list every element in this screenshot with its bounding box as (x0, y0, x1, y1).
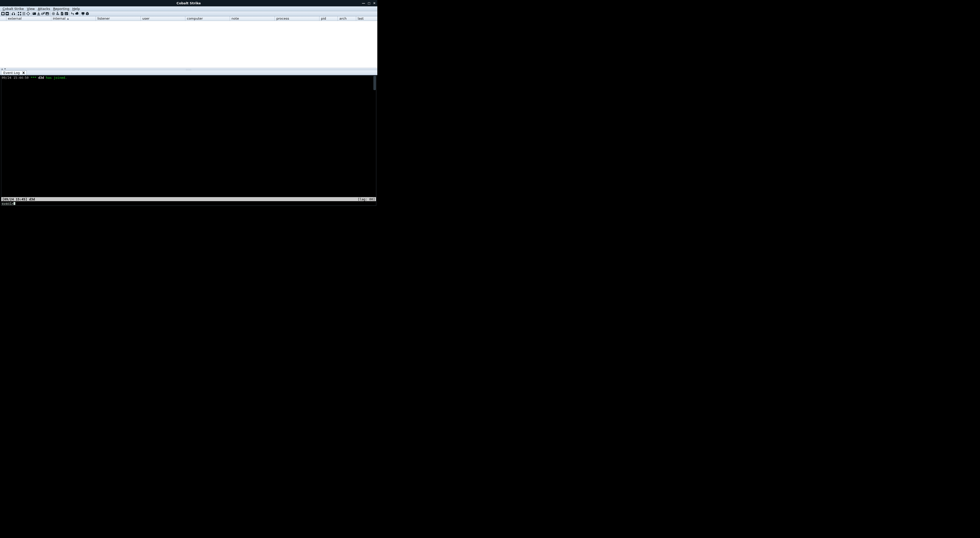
window-maximize-button[interactable]: ◻ (368, 1, 371, 5)
svg-rect-19 (33, 13, 36, 15)
status-lag: [lag: 00] (358, 197, 375, 201)
tab-label: Event Log (3, 71, 20, 75)
splitter-grip-icon: :::::: (186, 68, 191, 71)
console-status-bar: [09/24 15:45] d3d [lag: 00] (1, 197, 376, 201)
console-prompt: event> (2, 201, 13, 205)
log-action: has joined. (46, 76, 67, 80)
tab-strip: Event Log X (0, 70, 377, 75)
toolbar-target-table-icon[interactable] (26, 11, 30, 16)
status-nick: d3d (29, 197, 35, 201)
svg-rect-2 (2, 13, 4, 14)
toolbar-keystrokes-icon[interactable] (41, 11, 45, 16)
col-process-label: process (276, 17, 289, 21)
col-computer[interactable]: computer (185, 16, 230, 21)
col-arch[interactable]: arch (338, 16, 356, 21)
svg-point-26 (53, 13, 54, 14)
svg-rect-9 (18, 14, 19, 15)
col-user-label: user (142, 17, 150, 21)
toolbar-session-table-icon[interactable] (22, 11, 26, 16)
svg-rect-34 (65, 14, 67, 14)
toolbar-web-log-icon[interactable] (70, 11, 75, 16)
toolbar-package-icon[interactable] (85, 11, 89, 16)
toolbar (0, 11, 377, 16)
col-last-label: last (358, 17, 364, 21)
svg-rect-10 (20, 14, 21, 15)
console-scrollbar-thumb[interactable] (374, 76, 376, 90)
log-nick: d3d (38, 76, 44, 80)
menu-view[interactable]: View (25, 7, 36, 11)
toolbar-host-file-icon[interactable] (60, 11, 64, 16)
toolbar-web-drive-by-icon[interactable] (56, 11, 60, 16)
log-timestamp: 09/24 15:44:50 (2, 76, 29, 80)
session-table: external internal▲ listener user compute… (0, 16, 377, 68)
session-table-header: external internal▲ listener user compute… (0, 16, 377, 21)
col-listener[interactable]: listener (96, 16, 141, 21)
col-note[interactable]: note (230, 16, 275, 21)
col-user[interactable]: user (141, 16, 185, 21)
svg-rect-8 (20, 12, 21, 13)
toolbar-screenshots-icon[interactable] (45, 11, 49, 16)
svg-rect-36 (81, 12, 84, 14)
window-minimize-button[interactable]: — (362, 1, 365, 5)
col-internal-label: internal (53, 17, 65, 21)
svg-point-22 (41, 13, 43, 15)
svg-rect-6 (14, 14, 15, 15)
toolbar-downloads-icon[interactable] (37, 11, 41, 16)
col-icon[interactable] (0, 16, 6, 21)
toolbar-connect-icon[interactable] (1, 11, 5, 16)
toolbar-cloud-icon[interactable] (75, 11, 79, 16)
horizontal-splitter[interactable]: ▴ ▾ :::::: (0, 68, 377, 70)
log-stars: *** (30, 76, 37, 80)
svg-rect-5 (12, 14, 13, 15)
col-external-label: external (8, 17, 22, 21)
col-pid[interactable]: pid (320, 16, 338, 21)
menu-reporting[interactable]: Reporting (52, 7, 71, 11)
toolbar-listeners-icon[interactable] (11, 11, 16, 16)
toolbar-applet-icon[interactable] (81, 11, 85, 16)
col-listener-label: listener (97, 17, 110, 21)
svg-rect-7 (18, 12, 19, 13)
sort-asc-icon: ▲ (67, 18, 69, 20)
window-close-button[interactable]: ✕ (373, 1, 376, 5)
toolbar-script-manager-icon[interactable] (51, 11, 56, 16)
menu-attacks[interactable]: Attacks (36, 7, 51, 11)
col-computer-label: computer (187, 17, 203, 21)
window-titlebar[interactable]: Cobalt Strike — ◻ ✕ (0, 0, 377, 6)
console-input[interactable]: event> (1, 201, 376, 205)
tab-close-button[interactable]: X (22, 71, 25, 75)
svg-rect-4 (6, 13, 8, 14)
svg-point-27 (57, 12, 58, 13)
svg-rect-21 (37, 14, 40, 15)
splitter-arrows-icon: ▴ ▾ (2, 68, 6, 70)
col-last[interactable]: last (356, 16, 377, 21)
svg-rect-37 (82, 14, 84, 15)
session-table-body[interactable] (0, 21, 377, 68)
menu-cobalt-strike[interactable]: Cobalt Strike (1, 7, 25, 11)
svg-point-14 (27, 13, 29, 15)
event-log-console: 09/24 15:44:50 *** d3d has joined. [09/2… (1, 75, 376, 206)
status-timestamp: [09/24 15:45] (2, 197, 27, 201)
menu-bar: Cobalt Strike View Attacks Reporting Hel… (0, 6, 377, 11)
svg-rect-20 (33, 13, 34, 14)
svg-rect-29 (62, 14, 63, 14)
col-arch-label: arch (339, 17, 347, 21)
toolbar-pivot-graph-icon[interactable] (18, 11, 22, 16)
menu-help[interactable]: Help (71, 7, 81, 11)
svg-rect-28 (62, 13, 63, 13)
toolbar-disconnect-icon[interactable] (5, 11, 10, 16)
col-external[interactable]: external (6, 16, 51, 21)
col-pid-label: pid (321, 17, 326, 21)
console-output[interactable]: 09/24 15:44:50 *** d3d has joined. (1, 75, 376, 197)
status-left: [09/24 15:45] d3d (2, 197, 35, 201)
col-process[interactable]: process (275, 16, 320, 21)
console-caret-icon (14, 202, 15, 205)
tab-event-log[interactable]: Event Log X (1, 70, 27, 75)
col-internal[interactable]: internal▲ (51, 16, 96, 21)
svg-point-25 (48, 13, 48, 13)
svg-rect-32 (65, 12, 68, 13)
toolbar-clone-site-icon[interactable] (64, 11, 68, 16)
window-title: Cobalt Strike (0, 1, 377, 5)
col-note-label: note (231, 17, 239, 21)
toolbar-credentials-icon[interactable] (32, 11, 37, 16)
